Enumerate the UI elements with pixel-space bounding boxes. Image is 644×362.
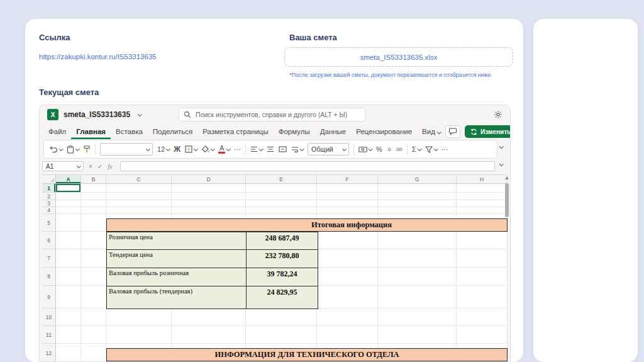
cell-H8[interactable]: [457, 268, 508, 286]
row-header-7[interactable]: 7: [42, 249, 56, 268]
cell-F1[interactable]: [317, 184, 378, 193]
row-header-6[interactable]: 6: [42, 232, 56, 249]
cell-label[interactable]: Валовая прибыль розничная: [107, 268, 247, 286]
cell-F7[interactable]: [317, 249, 378, 268]
cell-tech-header[interactable]: ИНФОРМАЦИЯ ДЛЯ ТЕХНИЧЕСКОГО ОТДЕЛА: [106, 348, 508, 361]
cell-E10[interactable]: [246, 308, 317, 326]
column-header-H[interactable]: H: [457, 175, 508, 184]
cancel-entry-icon[interactable]: ×: [89, 163, 92, 170]
cell-A5[interactable]: [56, 214, 81, 232]
cell-B1[interactable]: [81, 184, 106, 193]
scroll-up-arrow-icon[interactable]: [505, 176, 509, 179]
cell-B8[interactable]: [81, 268, 106, 286]
tab-formulas[interactable]: Формулы: [274, 124, 315, 139]
toolbar-more-button[interactable]: ⋯: [441, 145, 448, 154]
row-header-9[interactable]: 9: [42, 286, 56, 308]
cell-E1[interactable]: [246, 184, 317, 193]
vertical-scrollbar[interactable]: [505, 176, 509, 361]
cell-C1[interactable]: [106, 184, 172, 193]
cell-H2[interactable]: [457, 193, 508, 200]
column-header-C[interactable]: C: [106, 175, 172, 184]
cell-D2[interactable]: [172, 193, 246, 200]
edit-copy-button[interactable]: Изменить копию: [465, 125, 511, 138]
workbook-name[interactable]: smeta_IS53313635: [64, 110, 130, 119]
tab-share[interactable]: Поделиться: [148, 124, 198, 139]
cell-summary-header[interactable]: Итоговая информация: [106, 218, 508, 232]
insert-function-icon[interactable]: fx: [108, 163, 112, 170]
cell-A9[interactable]: [56, 286, 81, 308]
cell-A6[interactable]: [56, 232, 81, 249]
cell-A2[interactable]: [56, 193, 81, 200]
cell-B4[interactable]: [81, 207, 106, 214]
column-header-D[interactable]: D: [172, 175, 246, 184]
cell-value[interactable]: 232 780,80: [247, 250, 318, 268]
wrap-text-button[interactable]: [291, 146, 303, 152]
cell-A10[interactable]: [56, 308, 81, 326]
cell-F10[interactable]: [317, 308, 378, 326]
enter-entry-icon[interactable]: ✓: [97, 163, 103, 170]
cell-G9[interactable]: [378, 286, 457, 308]
cell-label[interactable]: Валовая прибыль (тендерная): [107, 286, 247, 308]
cell-C10[interactable]: [106, 308, 172, 326]
accounting-format-button[interactable]: [358, 147, 372, 152]
font-color-button[interactable]: А: [218, 145, 230, 154]
cell-D1[interactable]: [172, 184, 246, 193]
decrease-decimal-button[interactable]: .0: [387, 147, 391, 152]
cell-A1[interactable]: [56, 184, 81, 193]
cell-H1[interactable]: [457, 184, 508, 193]
cell-value[interactable]: 248 687,49: [247, 232, 318, 249]
cell-F9[interactable]: [317, 286, 378, 308]
cell-A12[interactable]: [56, 344, 81, 362]
scrollbar-thumb[interactable]: [505, 183, 509, 217]
cell-B7[interactable]: [81, 249, 106, 268]
cell-E2[interactable]: [246, 193, 317, 200]
workbook-chevron-down-icon[interactable]: [138, 112, 142, 116]
tab-insert[interactable]: Вставка: [111, 124, 148, 139]
cell-D10[interactable]: [172, 308, 246, 326]
cell-B9[interactable]: [81, 286, 106, 308]
cell-G2[interactable]: [378, 193, 457, 200]
cell-A4[interactable]: [56, 207, 81, 214]
cell-value[interactable]: 39 782,24: [247, 268, 318, 286]
cell-H11[interactable]: [457, 326, 508, 344]
cell-F8[interactable]: [317, 268, 378, 286]
cell-label[interactable]: Тендерная цена: [107, 250, 247, 268]
search-input[interactable]: [179, 108, 366, 122]
column-header-F[interactable]: F: [317, 175, 378, 184]
font-size-select[interactable]: 12: [157, 145, 169, 153]
increase-decimal-button[interactable]: .00: [396, 147, 402, 152]
cell-A3[interactable]: [56, 200, 81, 207]
cell-G1[interactable]: [378, 184, 457, 193]
cell-F11[interactable]: [317, 326, 378, 344]
cell-F2[interactable]: [317, 193, 378, 200]
cell-B10[interactable]: [81, 308, 106, 326]
cell-B11[interactable]: [81, 326, 106, 344]
column-header-B[interactable]: B: [81, 175, 106, 184]
cell-D3[interactable]: [172, 200, 246, 207]
formula-bar-expand-chevron-icon[interactable]: [499, 162, 504, 166]
align-center-button[interactable]: [267, 146, 274, 152]
column-header-E[interactable]: E: [246, 175, 317, 184]
tab-review[interactable]: Рецензирование: [351, 124, 417, 139]
tab-view[interactable]: Вид: [417, 124, 445, 139]
cell-A8[interactable]: [56, 268, 81, 286]
cell-C2[interactable]: [106, 193, 172, 200]
cell-G11[interactable]: [378, 326, 457, 344]
number-format-select[interactable]: Общий: [308, 143, 349, 156]
select-all-corner[interactable]: [42, 175, 56, 184]
cell-H7[interactable]: [457, 249, 508, 268]
cell-F6[interactable]: [317, 232, 378, 249]
cell-G7[interactable]: [378, 249, 457, 268]
cell-G8[interactable]: [378, 268, 457, 286]
comments-button[interactable]: [445, 125, 460, 138]
ribbon-collapse-chevron-icon[interactable]: [499, 144, 504, 149]
cell-D11[interactable]: [172, 326, 246, 344]
formula-input[interactable]: [120, 161, 495, 171]
cell-G10[interactable]: [378, 308, 457, 326]
fill-color-button[interactable]: [201, 145, 214, 153]
cell-B2[interactable]: [81, 193, 106, 200]
cell-H10[interactable]: [457, 308, 508, 326]
cell-B5[interactable]: [81, 214, 106, 232]
cell-G3[interactable]: [378, 200, 457, 207]
cell-C11[interactable]: [106, 326, 172, 344]
